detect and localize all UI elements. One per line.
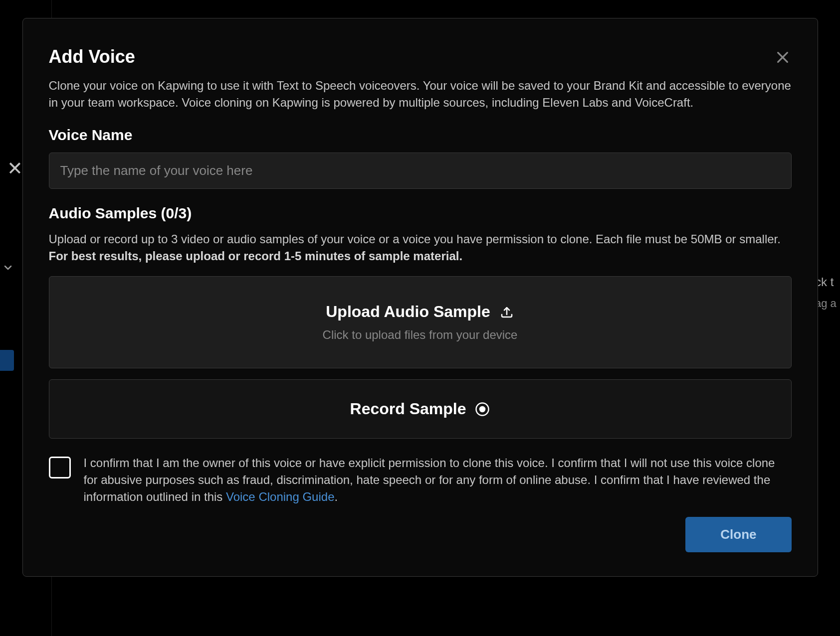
svg-point-4 [480,407,485,412]
upload-title-row: Upload Audio Sample [59,303,781,321]
record-title: Record Sample [350,400,466,418]
audio-desc-text: Upload or record up to 3 video or audio … [49,232,781,246]
upload-title: Upload Audio Sample [326,303,490,321]
modal-title: Add Voice [49,46,792,67]
audio-desc-bold: For best results, please upload or recor… [49,249,463,263]
audio-samples-description: Upload or record up to 3 video or audio … [49,231,792,264]
confirm-text-start: I confirm that I am the owner of this vo… [84,456,775,503]
audio-samples-heading: Audio Samples (0/3) [49,205,792,222]
upload-icon [499,305,514,319]
confirm-checkbox[interactable] [49,457,71,478]
confirm-text-end: . [334,490,338,503]
upload-audio-button[interactable]: Upload Audio Sample Click to upload file… [49,276,792,368]
modal-description: Clone your voice on Kapwing to use it wi… [49,77,792,111]
close-icon [775,49,791,65]
record-sample-button[interactable]: Record Sample [49,379,792,439]
confirm-row: I confirm that I am the owner of this vo… [49,455,792,505]
voice-name-input[interactable] [49,153,792,189]
modal-footer: Clone [49,517,792,552]
close-button[interactable] [774,48,792,66]
voice-cloning-guide-link[interactable]: Voice Cloning Guide [226,490,334,503]
voice-name-label: Voice Name [49,127,792,144]
record-icon [475,402,490,417]
upload-subtext: Click to upload files from your device [59,328,781,342]
modal-overlay: Add Voice Clone your voice on Kapwing to… [0,0,840,636]
add-voice-modal: Add Voice Clone your voice on Kapwing to… [22,18,818,577]
confirm-text: I confirm that I am the owner of this vo… [84,455,792,505]
clone-button[interactable]: Clone [685,517,791,552]
